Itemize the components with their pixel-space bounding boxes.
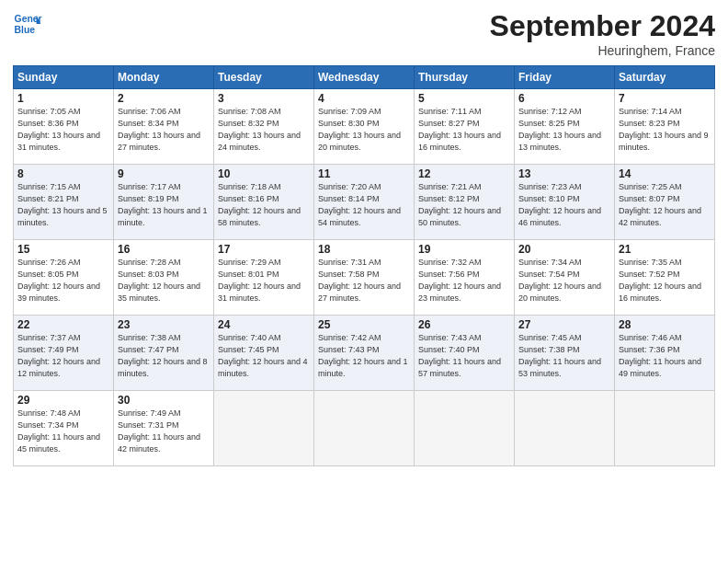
day-number: 16: [118, 243, 210, 256]
table-row: 21 Sunrise: 7:35 AM Sunset: 7:52 PM Dayl…: [615, 240, 715, 316]
calendar-week-row: 22 Sunrise: 7:37 AM Sunset: 7:49 PM Dayl…: [14, 316, 715, 391]
day-info: Sunrise: 7:14 AM Sunset: 8:23 PM Dayligh…: [619, 106, 711, 154]
day-info: Sunrise: 7:20 AM Sunset: 8:14 PM Dayligh…: [318, 181, 410, 229]
day-number: 3: [218, 92, 310, 105]
table-row: 15 Sunrise: 7:26 AM Sunset: 8:05 PM Dayl…: [14, 240, 114, 316]
day-number: 1: [17, 92, 109, 105]
col-tuesday: Tuesday: [214, 66, 314, 89]
col-sunday: Sunday: [14, 66, 114, 89]
day-number: 8: [17, 167, 109, 180]
table-row: [214, 391, 314, 466]
table-row: 13 Sunrise: 7:23 AM Sunset: 8:10 PM Dayl…: [515, 165, 615, 240]
day-info: Sunrise: 7:46 AM Sunset: 7:36 PM Dayligh…: [619, 332, 711, 380]
table-row: 27 Sunrise: 7:45 AM Sunset: 7:38 PM Dayl…: [515, 316, 615, 391]
table-row: 23 Sunrise: 7:38 AM Sunset: 7:47 PM Dayl…: [114, 316, 214, 391]
table-row: 10 Sunrise: 7:18 AM Sunset: 8:16 PM Dayl…: [214, 165, 314, 240]
table-row: 18 Sunrise: 7:31 AM Sunset: 7:58 PM Dayl…: [314, 240, 415, 316]
svg-text:Blue: Blue: [15, 25, 36, 35]
day-info: Sunrise: 7:11 AM Sunset: 8:27 PM Dayligh…: [418, 106, 510, 154]
day-number: 29: [17, 394, 109, 407]
day-number: 21: [619, 243, 711, 256]
table-row: 14 Sunrise: 7:25 AM Sunset: 8:07 PM Dayl…: [615, 165, 715, 240]
table-row: 7 Sunrise: 7:14 AM Sunset: 8:23 PM Dayli…: [615, 89, 715, 165]
calendar: Sunday Monday Tuesday Wednesday Thursday…: [13, 65, 715, 466]
table-row: 25 Sunrise: 7:42 AM Sunset: 7:43 PM Dayl…: [314, 316, 415, 391]
table-row: 17 Sunrise: 7:29 AM Sunset: 8:01 PM Dayl…: [214, 240, 314, 316]
day-info: Sunrise: 7:08 AM Sunset: 8:32 PM Dayligh…: [218, 106, 310, 154]
day-info: Sunrise: 7:29 AM Sunset: 8:01 PM Dayligh…: [218, 257, 310, 304]
day-info: Sunrise: 7:31 AM Sunset: 7:58 PM Dayligh…: [318, 257, 410, 304]
day-info: Sunrise: 7:43 AM Sunset: 7:40 PM Dayligh…: [418, 332, 510, 380]
day-info: Sunrise: 7:18 AM Sunset: 8:16 PM Dayligh…: [218, 181, 310, 229]
day-number: 14: [619, 167, 711, 180]
table-row: 28 Sunrise: 7:46 AM Sunset: 7:36 PM Dayl…: [615, 316, 715, 391]
day-info: Sunrise: 7:12 AM Sunset: 8:25 PM Dayligh…: [518, 106, 610, 154]
day-number: 18: [318, 243, 410, 256]
day-number: 13: [518, 167, 610, 180]
table-row: 2 Sunrise: 7:06 AM Sunset: 8:34 PM Dayli…: [114, 89, 214, 165]
day-info: Sunrise: 7:38 AM Sunset: 7:47 PM Dayligh…: [118, 332, 210, 380]
month-title: September 2024: [490, 9, 715, 43]
table-row: 29 Sunrise: 7:48 AM Sunset: 7:34 PM Dayl…: [14, 391, 114, 466]
col-saturday: Saturday: [615, 66, 715, 89]
location: Heuringhem, France: [490, 43, 715, 58]
table-row: [314, 391, 415, 466]
table-row: 19 Sunrise: 7:32 AM Sunset: 7:56 PM Dayl…: [415, 240, 515, 316]
calendar-week-row: 15 Sunrise: 7:26 AM Sunset: 8:05 PM Dayl…: [14, 240, 715, 316]
day-number: 12: [418, 167, 510, 180]
day-info: Sunrise: 7:32 AM Sunset: 7:56 PM Dayligh…: [418, 257, 510, 304]
day-info: Sunrise: 7:21 AM Sunset: 8:12 PM Dayligh…: [418, 181, 510, 229]
day-info: Sunrise: 7:15 AM Sunset: 8:21 PM Dayligh…: [17, 181, 109, 229]
day-number: 24: [218, 318, 310, 331]
calendar-header-row: Sunday Monday Tuesday Wednesday Thursday…: [14, 66, 715, 89]
page: General Blue September 2024 Heuringhem, …: [0, 0, 728, 563]
table-row: 24 Sunrise: 7:40 AM Sunset: 7:45 PM Dayl…: [214, 316, 314, 391]
day-number: 4: [318, 92, 410, 105]
day-number: 10: [218, 167, 310, 180]
table-row: [515, 391, 615, 466]
day-info: Sunrise: 7:26 AM Sunset: 8:05 PM Dayligh…: [17, 257, 109, 304]
day-number: 17: [218, 243, 310, 256]
day-info: Sunrise: 7:49 AM Sunset: 7:31 PM Dayligh…: [118, 408, 210, 455]
day-info: Sunrise: 7:09 AM Sunset: 8:30 PM Dayligh…: [318, 106, 410, 154]
day-info: Sunrise: 7:37 AM Sunset: 7:49 PM Dayligh…: [17, 332, 109, 380]
table-row: [615, 391, 715, 466]
day-number: 6: [518, 92, 610, 105]
logo: General Blue: [13, 9, 44, 39]
table-row: 3 Sunrise: 7:08 AM Sunset: 8:32 PM Dayli…: [214, 89, 314, 165]
day-info: Sunrise: 7:28 AM Sunset: 8:03 PM Dayligh…: [118, 257, 210, 304]
col-monday: Monday: [114, 66, 214, 89]
table-row: [415, 391, 515, 466]
day-info: Sunrise: 7:23 AM Sunset: 8:10 PM Dayligh…: [518, 181, 610, 229]
day-number: 11: [318, 167, 410, 180]
day-number: 25: [318, 318, 410, 331]
day-number: 26: [418, 318, 510, 331]
day-number: 19: [418, 243, 510, 256]
col-friday: Friday: [515, 66, 615, 89]
col-wednesday: Wednesday: [314, 66, 415, 89]
day-info: Sunrise: 7:05 AM Sunset: 8:36 PM Dayligh…: [17, 106, 109, 154]
table-row: 4 Sunrise: 7:09 AM Sunset: 8:30 PM Dayli…: [314, 89, 415, 165]
day-number: 5: [418, 92, 510, 105]
day-number: 9: [118, 167, 210, 180]
day-info: Sunrise: 7:45 AM Sunset: 7:38 PM Dayligh…: [518, 332, 610, 380]
day-info: Sunrise: 7:42 AM Sunset: 7:43 PM Dayligh…: [318, 332, 410, 380]
day-info: Sunrise: 7:34 AM Sunset: 7:54 PM Dayligh…: [518, 257, 610, 304]
table-row: 8 Sunrise: 7:15 AM Sunset: 8:21 PM Dayli…: [14, 165, 114, 240]
table-row: 12 Sunrise: 7:21 AM Sunset: 8:12 PM Dayl…: [415, 165, 515, 240]
table-row: 20 Sunrise: 7:34 AM Sunset: 7:54 PM Dayl…: [515, 240, 615, 316]
table-row: 5 Sunrise: 7:11 AM Sunset: 8:27 PM Dayli…: [415, 89, 515, 165]
table-row: 11 Sunrise: 7:20 AM Sunset: 8:14 PM Dayl…: [314, 165, 415, 240]
calendar-week-row: 8 Sunrise: 7:15 AM Sunset: 8:21 PM Dayli…: [14, 165, 715, 240]
table-row: 16 Sunrise: 7:28 AM Sunset: 8:03 PM Dayl…: [114, 240, 214, 316]
header: General Blue September 2024 Heuringhem, …: [13, 9, 715, 58]
day-number: 23: [118, 318, 210, 331]
day-info: Sunrise: 7:40 AM Sunset: 7:45 PM Dayligh…: [218, 332, 310, 380]
day-number: 28: [619, 318, 711, 331]
day-number: 2: [118, 92, 210, 105]
col-thursday: Thursday: [415, 66, 515, 89]
table-row: 26 Sunrise: 7:43 AM Sunset: 7:40 PM Dayl…: [415, 316, 515, 391]
day-info: Sunrise: 7:48 AM Sunset: 7:34 PM Dayligh…: [17, 408, 109, 455]
day-number: 30: [118, 394, 210, 407]
day-number: 27: [518, 318, 610, 331]
